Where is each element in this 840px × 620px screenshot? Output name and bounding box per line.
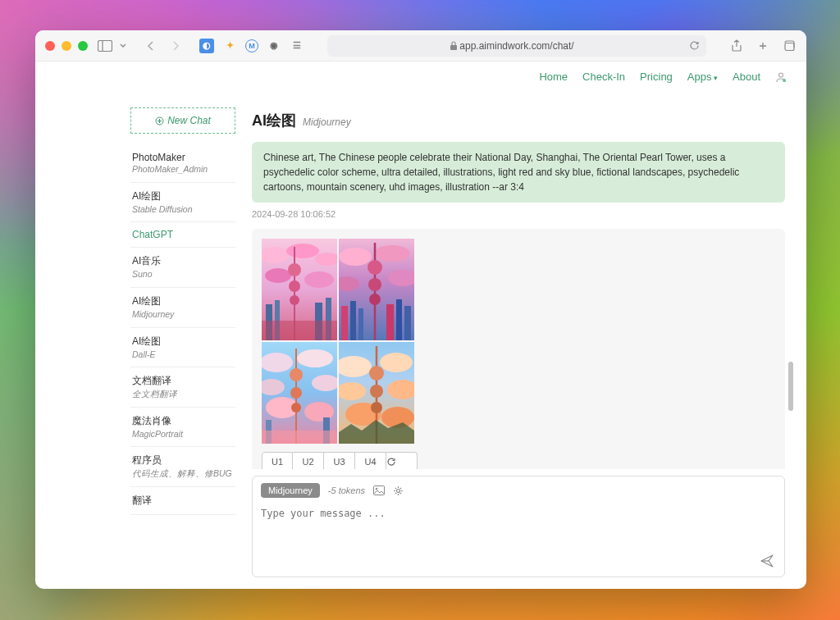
extension-icon-3[interactable]: M [245,39,258,52]
sidebar-item-dalle[interactable]: AI绘图Dall-E [130,328,235,368]
lock-icon [450,41,458,51]
nav-checkin[interactable]: Check-In [582,71,625,83]
send-button[interactable] [760,554,774,568]
titlebar: ◐ ✦ M ◉ ☰ app.aimindwork.com/chat/ [35,30,806,62]
sidebar-item-magicportrait[interactable]: 魔法肖像MagicPortrait [130,408,235,448]
maximize-window-button[interactable] [78,41,88,51]
extension-icon-5[interactable]: ☰ [290,39,304,53]
sidebar-item-photomaker[interactable]: PhotoMakerPhotoMaker_Admin [130,145,235,183]
message-timestamp: 2024-09-28 10:06:52 [252,209,785,219]
sidebar-item-doctrans[interactable]: 文档翻译全文档翻译 [130,367,235,408]
svg-rect-21 [262,321,337,340]
svg-point-47 [290,368,303,381]
generated-image-4[interactable] [339,342,414,444]
forward-button[interactable] [168,39,183,53]
svg-point-61 [371,402,382,413]
svg-point-23 [339,248,372,266]
browser-window: ◐ ✦ M ◉ ☰ app.aimindwork.com/chat/ [35,30,806,589]
upscale-buttons: U1 U2 U3 U4 [262,452,775,469]
minimize-window-button[interactable] [62,41,71,51]
chat-scroll[interactable]: Chinese art, The Chinese people celebrat… [252,142,793,469]
svg-rect-2 [450,45,457,50]
plus-circle-icon [155,116,164,125]
svg-rect-32 [404,306,411,340]
extension-icon-1[interactable]: ◐ [199,39,214,53]
image-grid [262,239,414,444]
svg-point-53 [380,353,413,372]
svg-rect-0 [98,40,112,51]
svg-point-35 [368,278,381,291]
svg-point-18 [288,263,301,276]
svg-rect-50 [262,431,337,444]
refresh-button[interactable] [386,452,418,469]
settings-icon[interactable] [393,486,404,496]
close-window-button[interactable] [45,41,55,51]
input-area: Midjourney -5 tokens [252,476,785,577]
send-icon [760,554,774,568]
sidebar-item-chatgpt[interactable]: ChatGPT [130,222,235,248]
svg-point-39 [297,349,333,367]
svg-rect-62 [374,486,385,495]
u2-button[interactable]: U2 [293,452,324,469]
result-box: U1 U2 U3 U4 [252,229,785,469]
svg-point-34 [368,260,382,275]
sidebar: New Chat PhotoMakerPhotoMaker_Admin AI绘图… [130,93,235,589]
svg-point-63 [376,488,377,490]
chat-header: AI绘图 Midjourney [252,111,793,130]
sidebar-item-sd[interactable]: AI绘图Stable Diffusion [130,183,235,223]
svg-point-12 [304,271,334,288]
sidebar-item-suno[interactable]: AI音乐Suno [130,248,235,288]
url-bar[interactable]: app.aimindwork.com/chat/ [327,35,706,57]
top-nav: Home Check-In Pricing Apps About [35,62,806,93]
generated-image-2[interactable] [339,239,414,340]
sidebar-item-midjourney[interactable]: AI绘图Midjourney [130,288,235,328]
svg-point-24 [374,245,410,262]
scrollbar-thumb[interactable] [788,362,793,411]
chevron-down-icon[interactable] [116,39,130,53]
svg-rect-28 [350,301,356,340]
tabs-icon[interactable] [782,39,797,53]
back-button[interactable] [144,39,158,53]
image-upload-icon[interactable] [373,486,385,495]
svg-rect-29 [358,308,363,340]
new-chat-button[interactable]: New Chat [130,107,235,134]
nav-pricing[interactable]: Pricing [640,71,673,83]
svg-point-9 [286,244,319,258]
svg-rect-30 [386,304,394,340]
svg-rect-31 [396,299,402,340]
new-chat-label: New Chat [167,115,211,126]
message-input[interactable] [261,508,776,531]
extension-icon-4[interactable]: ◉ [267,39,281,53]
svg-rect-3 [785,43,794,50]
user-icon[interactable] [775,71,787,83]
extension-icon-2[interactable]: ✦ [222,39,237,53]
sidebar-item-translate[interactable]: 翻译 [130,487,235,515]
svg-point-20 [290,295,299,305]
nav-about[interactable]: About [733,71,760,83]
model-tag[interactable]: Midjourney [261,483,320,498]
u3-button[interactable]: U3 [324,452,355,469]
nav-apps[interactable]: Apps [687,71,718,83]
svg-point-64 [397,489,400,492]
svg-point-49 [291,403,301,413]
chat-title: AI绘图 [252,111,296,130]
url-text: app.aimindwork.com/chat/ [459,40,573,52]
token-count: -5 tokens [328,486,365,495]
svg-point-19 [289,280,300,292]
svg-point-60 [370,385,383,398]
reload-icon[interactable] [689,40,700,51]
svg-point-4 [779,73,783,77]
sidebar-toggle-icon[interactable] [98,39,112,53]
generated-image-3[interactable] [262,342,337,444]
u1-button[interactable]: U1 [262,452,293,469]
nav-home[interactable]: Home [539,71,568,83]
u4-button[interactable]: U4 [355,452,386,469]
new-tab-icon[interactable] [756,39,770,53]
chat-subtitle: Midjourney [303,116,351,128]
share-icon[interactable] [729,39,744,53]
user-prompt: Chinese art, The Chinese people celebrat… [252,142,785,203]
generated-image-1[interactable] [262,239,337,340]
svg-point-11 [265,268,291,283]
sidebar-item-programmer[interactable]: 程序员代码生成、解释、修BUG [130,447,235,487]
refresh-icon [386,457,396,467]
